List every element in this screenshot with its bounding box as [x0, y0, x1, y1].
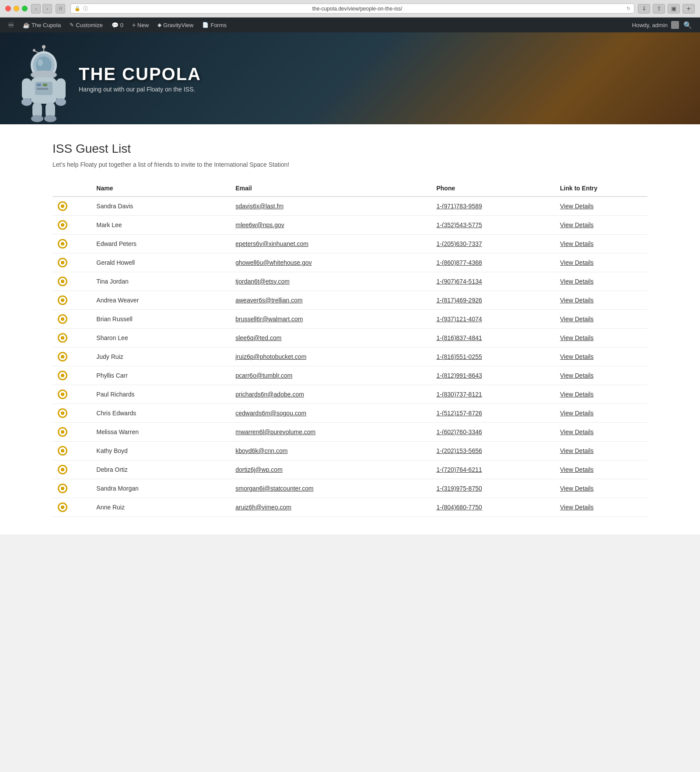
radio-icon[interactable]	[58, 427, 67, 437]
email-cell[interactable]: aruiz6h@vimeo.com	[230, 498, 431, 517]
email-link[interactable]: jruiz6p@photobucket.com	[235, 353, 306, 360]
wp-logo-item[interactable]: ♾	[4, 18, 18, 32]
link-cell[interactable]: View Details	[555, 479, 648, 498]
email-link[interactable]: ghowell6u@whitehouse.gov	[235, 259, 312, 266]
link-cell[interactable]: View Details	[555, 442, 648, 460]
email-link[interactable]: aweaver6s@trellian.com	[235, 297, 303, 304]
site-name-item[interactable]: ☕ The Cupola	[18, 18, 65, 32]
email-link[interactable]: sdavis6x@last.fm	[235, 203, 284, 210]
view-details-link[interactable]: View Details	[560, 504, 594, 511]
phone-cell[interactable]: 1-(804)680-7750	[431, 498, 555, 517]
radio-cell[interactable]	[52, 385, 91, 404]
link-cell[interactable]: View Details	[555, 404, 648, 423]
link-cell[interactable]: View Details	[555, 253, 648, 272]
radio-icon[interactable]	[58, 465, 67, 474]
phone-link[interactable]: 1-(971)783-9589	[436, 203, 482, 210]
phone-cell[interactable]: 1-(202)153-5656	[431, 442, 555, 460]
email-link[interactable]: slee6q@ted.com	[235, 334, 281, 341]
phone-link[interactable]: 1-(816)551-0255	[436, 353, 482, 360]
link-cell[interactable]: View Details	[555, 272, 648, 291]
gravityview-item[interactable]: ◆ GravityView	[153, 18, 198, 32]
radio-icon[interactable]	[58, 277, 67, 286]
link-cell[interactable]: View Details	[555, 310, 648, 329]
email-link[interactable]: brussell6r@walmart.com	[235, 316, 303, 323]
phone-link[interactable]: 1-(202)153-5656	[436, 447, 482, 454]
link-cell[interactable]: View Details	[555, 291, 648, 310]
email-cell[interactable]: aweaver6s@trellian.com	[230, 291, 431, 310]
email-cell[interactable]: mlee6w@nps.gov	[230, 216, 431, 235]
link-cell[interactable]: View Details	[555, 347, 648, 366]
email-link[interactable]: prichards6n@adobe.com	[235, 391, 304, 398]
phone-link[interactable]: 1-(602)760-3346	[436, 428, 482, 435]
radio-cell[interactable]	[52, 197, 91, 216]
radio-cell[interactable]	[52, 423, 91, 442]
email-cell[interactable]: brussell6r@walmart.com	[230, 310, 431, 329]
email-cell[interactable]: epeters6v@xinhuanet.com	[230, 235, 431, 253]
email-cell[interactable]: mwarren6l@purevolume.com	[230, 423, 431, 442]
radio-cell[interactable]	[52, 498, 91, 517]
radio-cell[interactable]	[52, 366, 91, 385]
radio-cell[interactable]	[52, 347, 91, 366]
phone-cell[interactable]: 1-(817)469-2926	[431, 291, 555, 310]
view-details-link[interactable]: View Details	[560, 410, 594, 417]
email-link[interactable]: kboyd6k@cnn.com	[235, 447, 287, 454]
phone-link[interactable]: 1-(720)764-6211	[436, 466, 482, 473]
email-cell[interactable]: pcarr6o@tumblr.com	[230, 366, 431, 385]
view-details-link[interactable]: View Details	[560, 391, 594, 398]
forms-item[interactable]: 📄 Forms	[198, 18, 231, 32]
view-details-link[interactable]: View Details	[560, 316, 594, 323]
radio-icon[interactable]	[58, 484, 67, 493]
email-cell[interactable]: cedwards6m@sogou.com	[230, 404, 431, 423]
maximize-button[interactable]	[22, 6, 28, 11]
email-cell[interactable]: slee6q@ted.com	[230, 329, 431, 347]
view-details-link[interactable]: View Details	[560, 428, 594, 435]
phone-cell[interactable]: 1-(720)764-6211	[431, 460, 555, 479]
view-details-link[interactable]: View Details	[560, 240, 594, 247]
phone-cell[interactable]: 1-(319)975-8750	[431, 479, 555, 498]
link-cell[interactable]: View Details	[555, 423, 648, 442]
link-cell[interactable]: View Details	[555, 498, 648, 517]
phone-cell[interactable]: 1-(816)837-4841	[431, 329, 555, 347]
phone-cell[interactable]: 1-(812)991-8643	[431, 366, 555, 385]
email-cell[interactable]: ghowell6u@whitehouse.gov	[230, 253, 431, 272]
comments-item[interactable]: 💬 0	[107, 18, 128, 32]
radio-cell[interactable]	[52, 442, 91, 460]
view-details-link[interactable]: View Details	[560, 485, 594, 492]
phone-link[interactable]: 1-(319)975-8750	[436, 485, 482, 492]
phone-link[interactable]: 1-(860)877-4368	[436, 259, 482, 266]
radio-icon[interactable]	[58, 258, 67, 267]
email-link[interactable]: tjordan6t@etsy.com	[235, 278, 290, 285]
phone-link[interactable]: 1-(352)543-5775	[436, 221, 482, 228]
email-cell[interactable]: smorgan6i@statcounter.com	[230, 479, 431, 498]
radio-icon[interactable]	[58, 446, 67, 456]
link-cell[interactable]: View Details	[555, 460, 648, 479]
radio-icon[interactable]	[58, 220, 67, 230]
radio-cell[interactable]	[52, 404, 91, 423]
phone-cell[interactable]: 1-(512)157-8726	[431, 404, 555, 423]
radio-icon[interactable]	[58, 239, 67, 249]
phone-cell[interactable]: 1-(205)630-7337	[431, 235, 555, 253]
view-details-link[interactable]: View Details	[560, 259, 594, 266]
email-link[interactable]: dortiz6j@wp.com	[235, 466, 283, 473]
link-cell[interactable]: View Details	[555, 197, 648, 216]
customize-item[interactable]: ✎ Customize	[65, 18, 107, 32]
phone-cell[interactable]: 1-(830)737-8121	[431, 385, 555, 404]
email-link[interactable]: pcarr6o@tumblr.com	[235, 372, 292, 379]
view-details-link[interactable]: View Details	[560, 447, 594, 454]
email-link[interactable]: aruiz6h@vimeo.com	[235, 504, 291, 511]
radio-cell[interactable]	[52, 253, 91, 272]
phone-cell[interactable]: 1-(971)783-9589	[431, 197, 555, 216]
view-details-link[interactable]: View Details	[560, 353, 594, 360]
search-icon[interactable]: 🔍	[679, 21, 696, 29]
phone-cell[interactable]: 1-(907)674-5134	[431, 272, 555, 291]
radio-icon[interactable]	[58, 502, 67, 512]
back-button[interactable]: ‹	[31, 4, 41, 14]
add-tab-icon[interactable]: +	[682, 4, 695, 14]
phone-link[interactable]: 1-(937)121-4074	[436, 316, 482, 323]
radio-icon[interactable]	[58, 295, 67, 305]
radio-cell[interactable]	[52, 235, 91, 253]
phone-link[interactable]: 1-(830)737-8121	[436, 391, 482, 398]
email-link[interactable]: cedwards6m@sogou.com	[235, 410, 306, 417]
radio-cell[interactable]	[52, 216, 91, 235]
radio-cell[interactable]	[52, 291, 91, 310]
